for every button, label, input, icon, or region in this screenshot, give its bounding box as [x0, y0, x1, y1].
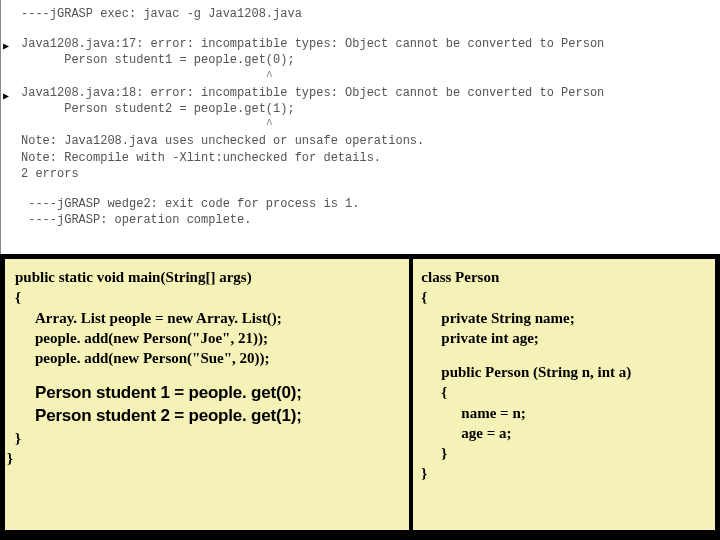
code-line: public static void main(String[] args) [15, 269, 252, 285]
console-caret: ^ [21, 69, 712, 85]
code-line: private int age; [421, 328, 709, 348]
code-line: people. add(new Person("Sue", 20)); [15, 348, 403, 368]
console-line: Java1208.java:18: error: incompatible ty… [21, 85, 712, 101]
code-brace: { [15, 289, 21, 305]
code-line: private String name; [421, 308, 709, 328]
code-brace: { [421, 382, 709, 402]
code-line: class Person [421, 269, 499, 285]
console-line: 2 errors [21, 166, 712, 182]
console-caret: ^ [21, 117, 712, 133]
console-line: Person student2 = people.get(1); [21, 101, 712, 117]
console-line: Note: Java1208.java uses unchecked or un… [21, 133, 712, 149]
console-line: Person student1 = people.get(0); [21, 52, 712, 68]
code-brace: } [421, 463, 709, 483]
error-marker-icon: ▶ [3, 40, 9, 54]
highlighted-code-line: Person student 2 = people. get(1); [15, 405, 403, 428]
code-line: name = n; [421, 403, 709, 423]
error-marker-icon: ▶ [3, 90, 9, 104]
code-brace: } [7, 448, 403, 468]
code-line: age = a; [421, 423, 709, 443]
code-line: public Person (String n, int a) [421, 362, 709, 382]
compiler-output: ----jGRASP exec: javac -g Java1208.java … [0, 0, 720, 254]
code-brace: } [421, 443, 709, 463]
console-line: ----jGRASP wedge2: exit code for process… [21, 196, 712, 212]
console-line: ----jGRASP exec: javac -g Java1208.java [21, 6, 712, 22]
person-class-code: class Person { private String name; priv… [413, 259, 715, 530]
console-line: ----jGRASP: operation complete. [21, 212, 712, 228]
code-brace: } [15, 428, 403, 448]
main-method-code: public static void main(String[] args) {… [5, 259, 413, 530]
console-line: Java1208.java:17: error: incompatible ty… [21, 36, 712, 52]
code-line: people. add(new Person("Joe", 21)); [15, 328, 403, 348]
console-line: Note: Recompile with -Xlint:unchecked fo… [21, 150, 712, 166]
code-brace: { [421, 289, 427, 305]
highlighted-code-line: Person student 1 = people. get(0); [15, 382, 403, 405]
code-panels: public static void main(String[] args) {… [0, 254, 720, 535]
code-line: Array. List people = new Array. List(); [15, 308, 403, 328]
